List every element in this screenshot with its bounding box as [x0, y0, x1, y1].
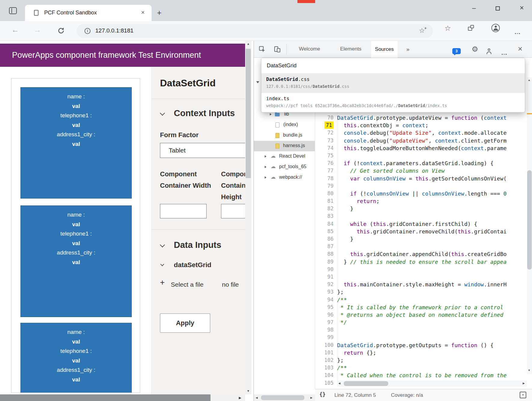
- code-line[interactable]: 85 this.gridContainer.removeChild(this.g…: [315, 228, 527, 235]
- line-number[interactable]: 70: [315, 114, 337, 122]
- bookmark-plus-icon[interactable]: +: [424, 26, 427, 30]
- scroll-up-icon[interactable]: ▲: [528, 79, 530, 82]
- tab-sources[interactable]: Sources: [371, 41, 398, 58]
- code-line[interactable]: 76 if (!context.parameters.dataSetGrid.l…: [315, 159, 527, 167]
- line-number[interactable]: 89: [315, 258, 337, 266]
- tab-elements[interactable]: Elements: [340, 46, 361, 52]
- code-line[interactable]: 93};: [315, 288, 527, 296]
- section-context-inputs[interactable]: Context Inputs: [174, 108, 235, 118]
- line-number[interactable]: 81: [315, 197, 337, 205]
- line-number[interactable]: 79: [315, 182, 337, 190]
- line-number[interactable]: 104: [315, 372, 337, 379]
- line-number[interactable]: 75: [315, 152, 337, 159]
- line-number[interactable]: 71: [315, 122, 337, 129]
- container-height-input[interactable]: [221, 204, 245, 218]
- quick-open-input[interactable]: [261, 58, 525, 74]
- code-line[interactable]: 74 this.toggleLoadMoreButtonWhenNeeded(c…: [315, 144, 527, 152]
- scroll-down-icon[interactable]: ▼: [245, 389, 251, 393]
- scroll-right-icon[interactable]: ▶: [310, 396, 312, 399]
- code-editor[interactable]: 70DataSetGrid.prototype.updateView = fun…: [315, 114, 527, 387]
- sidebar-hscroll-thumb[interactable]: [261, 395, 304, 400]
- scroll-right-icon[interactable]: ▶: [239, 396, 241, 400]
- line-number[interactable]: 87: [315, 243, 337, 250]
- line-number[interactable]: 94: [315, 296, 337, 304]
- url-bar[interactable]: i 127.0.0.1:8181 ☆ +: [77, 24, 433, 38]
- tree-item-webpack-[interactable]: ☁webpack://: [254, 172, 315, 183]
- line-number[interactable]: 78: [315, 175, 337, 182]
- settings-gear-icon[interactable]: ⚙: [472, 45, 478, 54]
- code-line[interactable]: 96 * @returns an object based on nomencl…: [315, 311, 527, 319]
- scroll-up-icon[interactable]: ▲: [245, 42, 251, 45]
- line-number[interactable]: 72: [315, 129, 337, 137]
- minimize-button[interactable]: –: [468, 4, 480, 12]
- devtools-close-icon[interactable]: ×: [518, 44, 522, 54]
- refresh-button[interactable]: [57, 27, 65, 35]
- code-line[interactable]: 86 }: [315, 235, 527, 243]
- code-line[interactable]: 81 return;: [315, 197, 527, 205]
- code-line[interactable]: 84 while (this.gridContainer.firstChild)…: [315, 220, 527, 228]
- browser-menu-icon[interactable]: [515, 30, 524, 32]
- pretty-print-icon[interactable]: {}: [319, 391, 325, 397]
- line-number[interactable]: 82: [315, 205, 337, 212]
- feedback-icon[interactable]: [486, 48, 492, 54]
- line-number[interactable]: 96: [315, 311, 337, 319]
- editor-hscroll-thumb[interactable]: [344, 381, 388, 386]
- line-number[interactable]: 92: [315, 281, 337, 288]
- chevron-down-icon[interactable]: [160, 262, 164, 266]
- tree-item-pcf-tools-65[interactable]: ☁pcf_tools_65: [254, 162, 315, 172]
- chevron-down-icon[interactable]: [160, 242, 165, 248]
- code-line[interactable]: 73 console.debug("updateView", context.c…: [315, 137, 527, 144]
- chevron-down-icon[interactable]: [160, 111, 165, 116]
- expand-icon[interactable]: ▲: [520, 392, 526, 398]
- chevron-right-icon[interactable]: [270, 113, 272, 116]
- line-number[interactable]: 74: [315, 144, 337, 152]
- line-number[interactable]: 88: [315, 250, 337, 258]
- line-number[interactable]: 83: [315, 212, 337, 220]
- code-line[interactable]: 95 * It is called by the framework prior…: [315, 304, 527, 311]
- line-number[interactable]: 76: [315, 159, 337, 167]
- tab-welcome[interactable]: Welcome: [299, 46, 320, 52]
- line-number[interactable]: 101: [315, 349, 337, 356]
- tree-item-bundle-js[interactable]: bundle.js: [254, 130, 315, 141]
- line-number[interactable]: 105: [315, 379, 337, 387]
- back-button[interactable]: ←: [11, 26, 19, 34]
- page-vertical-scrollbar[interactable]: ▲ ▼: [245, 41, 251, 394]
- code-line[interactable]: 103/**: [315, 364, 527, 372]
- bookmark-star-icon[interactable]: ☆: [419, 27, 425, 35]
- inspect-icon[interactable]: [259, 46, 266, 54]
- chevron-right-icon[interactable]: [265, 155, 266, 158]
- editor-horizontal-scrollbar[interactable]: ◀ ▶: [337, 381, 527, 387]
- form-factor-select[interactable]: Tablet: [160, 143, 245, 158]
- line-number[interactable]: 90: [315, 266, 337, 273]
- code-line[interactable]: 91: [315, 273, 527, 281]
- line-number[interactable]: 86: [315, 235, 337, 243]
- code-line[interactable]: 97 */: [315, 319, 527, 326]
- device-toolbar-icon[interactable]: [274, 46, 281, 54]
- code-line[interactable]: 100DataSetGrid.prototype.getOutputs = fu…: [315, 341, 527, 349]
- favorites-icon[interactable]: ☆: [444, 24, 451, 32]
- code-line[interactable]: 104 * Called when the control is to be r…: [315, 372, 527, 379]
- editor-vscroll-thumb[interactable]: [527, 170, 532, 270]
- scroll-left-icon[interactable]: ◀: [256, 396, 258, 399]
- code-line[interactable]: 77 // Get sorted columns on View: [315, 167, 527, 174]
- tab-actions-icon[interactable]: [9, 7, 17, 14]
- code-line[interactable]: 82 }: [315, 205, 527, 212]
- code-line[interactable]: 89 } // this is needed to ensure the scr…: [315, 258, 527, 266]
- select-file-button[interactable]: Select a file: [171, 281, 204, 288]
- dataset-section-label[interactable]: dataSetGrid: [174, 261, 211, 269]
- issues-icon[interactable]: 3: [452, 48, 461, 54]
- scroll-left-icon[interactable]: ◀: [338, 382, 340, 385]
- scroll-right-icon[interactable]: ▶: [523, 382, 525, 385]
- code-line[interactable]: 98: [315, 326, 527, 334]
- line-number[interactable]: 100: [315, 341, 337, 349]
- line-number[interactable]: 84: [315, 220, 337, 228]
- forward-button[interactable]: →: [34, 26, 41, 34]
- code-line[interactable]: 88 this.gridContainer.appendChild(this.c…: [315, 250, 527, 258]
- page-hscroll-thumb[interactable]: [0, 394, 211, 401]
- line-number[interactable]: 102: [315, 356, 337, 364]
- info-icon[interactable]: i: [85, 28, 91, 34]
- line-number[interactable]: 97: [315, 319, 337, 326]
- tab-close-icon[interactable]: ×: [141, 9, 145, 16]
- code-line[interactable]: 94/**: [315, 296, 527, 304]
- code-line[interactable]: 101 return {};: [315, 349, 527, 356]
